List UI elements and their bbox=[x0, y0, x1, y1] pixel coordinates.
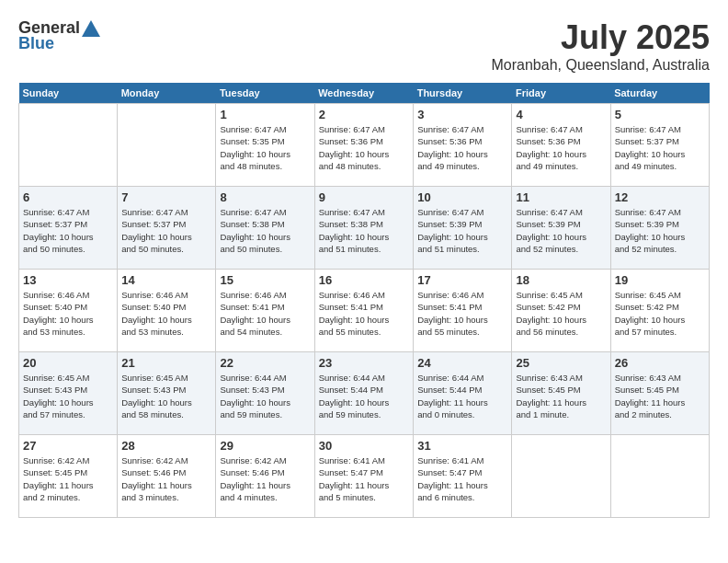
day-info: Sunrise: 6:47 AM Sunset: 5:36 PM Dayligh… bbox=[319, 123, 409, 172]
svg-marker-0 bbox=[82, 20, 100, 37]
calendar-cell: 9Sunrise: 6:47 AM Sunset: 5:38 PM Daylig… bbox=[314, 187, 413, 270]
day-number: 20 bbox=[23, 356, 113, 370]
calendar-week-row: 27Sunrise: 6:42 AM Sunset: 5:45 PM Dayli… bbox=[19, 435, 710, 518]
calendar-cell: 20Sunrise: 6:45 AM Sunset: 5:43 PM Dayli… bbox=[19, 352, 118, 435]
day-info: Sunrise: 6:45 AM Sunset: 5:43 PM Dayligh… bbox=[121, 372, 211, 420]
day-number: 21 bbox=[121, 356, 211, 370]
day-info: Sunrise: 6:41 AM Sunset: 5:47 PM Dayligh… bbox=[319, 454, 409, 503]
day-info: Sunrise: 6:47 AM Sunset: 5:37 PM Dayligh… bbox=[23, 206, 113, 255]
logo-blue: Blue bbox=[18, 34, 54, 53]
day-number: 4 bbox=[516, 108, 606, 121]
day-number: 10 bbox=[417, 190, 507, 204]
calendar-table: SundayMondayTuesdayWednesdayThursdayFrid… bbox=[18, 83, 710, 518]
day-number: 24 bbox=[417, 356, 507, 370]
day-info: Sunrise: 6:47 AM Sunset: 5:37 PM Dayligh… bbox=[615, 123, 705, 172]
day-number: 23 bbox=[319, 356, 409, 370]
day-info: Sunrise: 6:42 AM Sunset: 5:45 PM Dayligh… bbox=[23, 454, 113, 503]
day-info: Sunrise: 6:45 AM Sunset: 5:42 PM Dayligh… bbox=[615, 289, 705, 338]
calendar-cell: 31Sunrise: 6:41 AM Sunset: 5:47 PM Dayli… bbox=[414, 435, 512, 518]
day-info: Sunrise: 6:47 AM Sunset: 5:38 PM Dayligh… bbox=[319, 206, 409, 255]
day-info: Sunrise: 6:43 AM Sunset: 5:45 PM Dayligh… bbox=[615, 372, 705, 420]
day-info: Sunrise: 6:47 AM Sunset: 5:35 PM Dayligh… bbox=[220, 123, 310, 172]
calendar-cell: 19Sunrise: 6:45 AM Sunset: 5:42 PM Dayli… bbox=[610, 270, 709, 352]
day-number: 19 bbox=[615, 273, 705, 287]
calendar-cell: 12Sunrise: 6:47 AM Sunset: 5:39 PM Dayli… bbox=[610, 187, 709, 270]
day-info: Sunrise: 6:45 AM Sunset: 5:42 PM Dayligh… bbox=[516, 289, 606, 338]
day-info: Sunrise: 6:46 AM Sunset: 5:41 PM Dayligh… bbox=[417, 289, 507, 338]
day-info: Sunrise: 6:46 AM Sunset: 5:40 PM Dayligh… bbox=[23, 289, 113, 338]
calendar-cell: 16Sunrise: 6:46 AM Sunset: 5:41 PM Dayli… bbox=[314, 270, 413, 352]
calendar-week-row: 13Sunrise: 6:46 AM Sunset: 5:40 PM Dayli… bbox=[19, 270, 710, 352]
day-number: 17 bbox=[417, 273, 507, 287]
day-info: Sunrise: 6:46 AM Sunset: 5:41 PM Dayligh… bbox=[319, 289, 409, 338]
day-info: Sunrise: 6:47 AM Sunset: 5:37 PM Dayligh… bbox=[121, 206, 211, 255]
day-number: 18 bbox=[516, 273, 606, 287]
day-number: 25 bbox=[516, 356, 606, 370]
title-area: July 2025 Moranbah, Queensland, Australi… bbox=[492, 18, 710, 74]
location-title: Moranbah, Queensland, Australia bbox=[492, 57, 710, 74]
page-header: General Blue July 2025 Moranbah, Queensl… bbox=[18, 18, 710, 74]
calendar-cell: 23Sunrise: 6:44 AM Sunset: 5:44 PM Dayli… bbox=[314, 352, 413, 435]
day-info: Sunrise: 6:41 AM Sunset: 5:47 PM Dayligh… bbox=[417, 454, 507, 503]
day-number: 7 bbox=[121, 190, 211, 204]
logo-icon bbox=[82, 20, 100, 37]
weekday-header-wednesday: Wednesday bbox=[314, 83, 413, 104]
day-number: 30 bbox=[319, 439, 409, 453]
calendar-cell: 2Sunrise: 6:47 AM Sunset: 5:36 PM Daylig… bbox=[314, 104, 413, 187]
day-number: 11 bbox=[516, 190, 606, 204]
day-number: 14 bbox=[121, 273, 211, 287]
day-number: 5 bbox=[615, 108, 705, 121]
day-info: Sunrise: 6:43 AM Sunset: 5:45 PM Dayligh… bbox=[516, 372, 606, 420]
weekday-header-monday: Monday bbox=[118, 83, 216, 104]
calendar-cell: 18Sunrise: 6:45 AM Sunset: 5:42 PM Dayli… bbox=[512, 270, 610, 352]
weekday-header-saturday: Saturday bbox=[610, 83, 709, 104]
day-number: 22 bbox=[220, 356, 310, 370]
weekday-header-thursday: Thursday bbox=[414, 83, 512, 104]
day-number: 12 bbox=[615, 190, 705, 204]
logo: General Blue bbox=[18, 18, 100, 53]
calendar-cell: 7Sunrise: 6:47 AM Sunset: 5:37 PM Daylig… bbox=[118, 187, 216, 270]
day-info: Sunrise: 6:45 AM Sunset: 5:43 PM Dayligh… bbox=[23, 372, 113, 420]
calendar-cell: 17Sunrise: 6:46 AM Sunset: 5:41 PM Dayli… bbox=[414, 270, 512, 352]
day-info: Sunrise: 6:47 AM Sunset: 5:38 PM Dayligh… bbox=[220, 206, 310, 255]
day-number: 29 bbox=[220, 439, 310, 453]
calendar-cell: 6Sunrise: 6:47 AM Sunset: 5:37 PM Daylig… bbox=[19, 187, 118, 270]
day-info: Sunrise: 6:42 AM Sunset: 5:46 PM Dayligh… bbox=[121, 454, 211, 503]
day-info: Sunrise: 6:47 AM Sunset: 5:39 PM Dayligh… bbox=[516, 206, 606, 255]
calendar-cell: 10Sunrise: 6:47 AM Sunset: 5:39 PM Dayli… bbox=[414, 187, 512, 270]
day-number: 1 bbox=[220, 108, 310, 121]
calendar-cell: 4Sunrise: 6:47 AM Sunset: 5:36 PM Daylig… bbox=[512, 104, 610, 187]
day-number: 8 bbox=[220, 190, 310, 204]
day-info: Sunrise: 6:47 AM Sunset: 5:36 PM Dayligh… bbox=[516, 123, 606, 172]
calendar-cell: 24Sunrise: 6:44 AM Sunset: 5:44 PM Dayli… bbox=[414, 352, 512, 435]
day-number: 13 bbox=[23, 273, 113, 287]
calendar-cell: 15Sunrise: 6:46 AM Sunset: 5:41 PM Dayli… bbox=[216, 270, 314, 352]
calendar-cell: 8Sunrise: 6:47 AM Sunset: 5:38 PM Daylig… bbox=[216, 187, 314, 270]
day-number: 16 bbox=[319, 273, 409, 287]
calendar-cell: 28Sunrise: 6:42 AM Sunset: 5:46 PM Dayli… bbox=[118, 435, 216, 518]
day-number: 9 bbox=[319, 190, 409, 204]
day-info: Sunrise: 6:47 AM Sunset: 5:39 PM Dayligh… bbox=[417, 206, 507, 255]
weekday-header-friday: Friday bbox=[512, 83, 610, 104]
day-number: 31 bbox=[417, 439, 507, 453]
day-number: 28 bbox=[121, 439, 211, 453]
day-info: Sunrise: 6:47 AM Sunset: 5:39 PM Dayligh… bbox=[615, 206, 705, 255]
day-info: Sunrise: 6:42 AM Sunset: 5:46 PM Dayligh… bbox=[220, 454, 310, 503]
calendar-cell: 26Sunrise: 6:43 AM Sunset: 5:45 PM Dayli… bbox=[610, 352, 709, 435]
day-info: Sunrise: 6:44 AM Sunset: 5:43 PM Dayligh… bbox=[220, 372, 310, 420]
calendar-cell bbox=[118, 104, 216, 187]
calendar-cell: 22Sunrise: 6:44 AM Sunset: 5:43 PM Dayli… bbox=[216, 352, 314, 435]
calendar-cell: 11Sunrise: 6:47 AM Sunset: 5:39 PM Dayli… bbox=[512, 187, 610, 270]
day-info: Sunrise: 6:44 AM Sunset: 5:44 PM Dayligh… bbox=[319, 372, 409, 420]
calendar-cell: 5Sunrise: 6:47 AM Sunset: 5:37 PM Daylig… bbox=[610, 104, 709, 187]
day-number: 27 bbox=[23, 439, 113, 453]
calendar-cell: 30Sunrise: 6:41 AM Sunset: 5:47 PM Dayli… bbox=[314, 435, 413, 518]
day-number: 2 bbox=[319, 108, 409, 121]
day-info: Sunrise: 6:44 AM Sunset: 5:44 PM Dayligh… bbox=[417, 372, 507, 420]
month-title: July 2025 bbox=[492, 18, 710, 57]
day-number: 3 bbox=[417, 108, 507, 121]
calendar-cell: 1Sunrise: 6:47 AM Sunset: 5:35 PM Daylig… bbox=[216, 104, 314, 187]
weekday-header-row: SundayMondayTuesdayWednesdayThursdayFrid… bbox=[19, 83, 710, 104]
calendar-cell: 27Sunrise: 6:42 AM Sunset: 5:45 PM Dayli… bbox=[19, 435, 118, 518]
calendar-cell bbox=[512, 435, 610, 518]
